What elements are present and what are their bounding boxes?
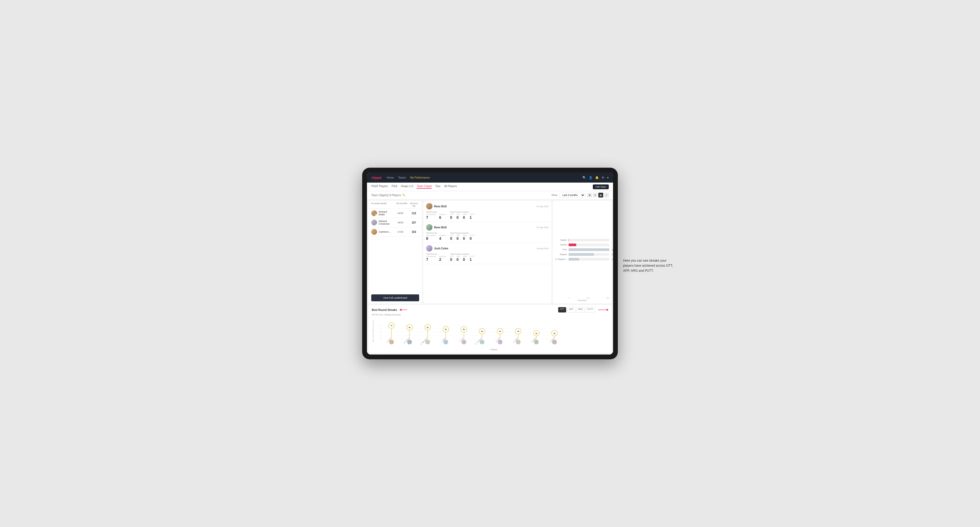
tab-pgat[interactable]: PGAT Players <box>371 185 388 189</box>
nav-bar: clippd Home Teams My Performance 🔍 👤 🔔 ⚙… <box>367 173 613 183</box>
bar-track: 131 <box>568 258 609 260</box>
team-title: Team Clippd | 14 Players <box>371 194 401 197</box>
practice-activities-group: Total Practice Activities OTT0 APP0 ARG0… <box>450 232 474 241</box>
period-select[interactable]: Last 3 months Last 6 months Last 12 mont… <box>560 193 585 197</box>
svg-text:3: 3 <box>380 328 381 330</box>
profile-icon[interactable]: 👤 <box>589 176 593 179</box>
avatar-icon[interactable]: ● <box>607 176 609 179</box>
player-card-header: Rees Britt 02 Sep 2023 <box>426 224 549 230</box>
nav-icons: 🔍 👤 🔔 ⚙ ● <box>582 176 609 179</box>
svg-text:0: 0 <box>380 338 381 340</box>
player-card-date: 02 Sep 2023 <box>536 226 549 229</box>
svg-point-39 <box>480 340 484 344</box>
chart-bars: Eagles 3 Birdies 96 Pars 499 Bogeys 311 <box>555 203 609 296</box>
show-label: Show <box>551 194 557 197</box>
player-score: 19/20 <box>394 212 407 214</box>
svg-point-14 <box>389 340 394 344</box>
streaks-header: Best Round Streaks <box>372 307 608 313</box>
bar-label: Birdies <box>555 243 567 246</box>
player-name: Cameron... <box>379 230 392 233</box>
avatar <box>426 224 433 230</box>
card-view-icon[interactable]: ▦ <box>598 193 603 197</box>
search-icon[interactable]: 🔍 <box>582 176 586 179</box>
tab-hcaps[interactable]: Hcaps 1-5 <box>401 185 413 189</box>
grid-view-icon[interactable]: ⊞ <box>587 193 592 197</box>
nav-links: Home Teams My Performance <box>387 176 582 179</box>
table-header: PLAYER NAME PB SCORE PB AVG SQ <box>369 201 422 209</box>
tab-tour[interactable]: Tour <box>435 185 441 189</box>
player-row[interactable]: 1 Richard Butler 19/20 110 <box>369 209 422 218</box>
annotation-text: Here you can see streaks your players ha… <box>623 258 676 274</box>
nav-teams[interactable]: Teams <box>398 176 406 179</box>
total-rounds-group: Total Rounds Tournament 8 Practice <box>426 232 446 241</box>
rank-badge: 2 <box>375 223 377 225</box>
avatar: 2 <box>371 220 377 225</box>
player-name: Edward Crossman <box>379 220 392 225</box>
avatar <box>426 203 433 210</box>
view-icons: ⊞ ≡ ▦ ↕ <box>587 193 609 197</box>
streaks-subtitle: Off The Tee, Fairway Accuracy <box>372 314 608 316</box>
practice-activities-group: Total Practice Activities OTT 0 APP <box>450 211 474 220</box>
total-rounds-label: Total Rounds <box>426 211 446 213</box>
bell-icon[interactable]: 🔔 <box>595 176 599 179</box>
streaks-title: Best Round Streaks <box>372 308 397 311</box>
other-view-icon[interactable]: ↕ <box>604 193 609 197</box>
tab-app[interactable]: APP <box>567 307 575 313</box>
bar-row: Birdies 96 <box>555 243 609 246</box>
svg-text:6x: 6x <box>409 327 410 329</box>
player-name: Richard Butler <box>379 211 392 216</box>
edit-icon[interactable]: ✏️ <box>402 194 405 197</box>
rank-badge: 3 <box>375 232 377 235</box>
player-score: 17/20 <box>394 230 407 233</box>
svg-point-29 <box>444 340 448 344</box>
svg-text:7x: 7x <box>390 325 393 327</box>
svg-text:4x: 4x <box>499 330 501 332</box>
player-card: Josh Coles 26 Aug 2023 Total Rounds Tour… <box>423 243 551 264</box>
tab-arg[interactable]: ARG <box>576 307 584 313</box>
svg-point-54 <box>534 340 539 344</box>
streak-chart: 012347xE. Ewert6xB. McHerg6xD. Billingha… <box>380 317 608 348</box>
avatar <box>426 245 433 252</box>
settings-icon[interactable]: ⚙ <box>601 176 604 179</box>
player-card: Rees Britt 02 Sep 2023 Total Rounds Tour… <box>423 201 551 222</box>
svg-point-24 <box>425 340 430 344</box>
team-header: Team Clippd | 14 Players ✏️ Show Last 3 … <box>367 191 613 199</box>
player-avg: 107 <box>409 221 419 224</box>
svg-text:3x: 3x <box>535 332 538 334</box>
nav-my-performance[interactable]: My Performance <box>410 176 430 179</box>
bar-fill <box>568 243 576 246</box>
player-row[interactable]: 2 Edward Crossman 18/20 107 <box>369 218 422 227</box>
player-row[interactable]: 3 Cameron... 17/20 103 <box>369 227 422 237</box>
tab-all-players[interactable]: All Players <box>444 185 457 189</box>
streaks-tabs: OTT APP ARG PUTT <box>558 307 608 313</box>
add-team-button[interactable]: Add Team <box>593 184 609 189</box>
svg-point-49 <box>516 340 520 344</box>
app-value: 0 <box>457 215 460 220</box>
tab-ott[interactable]: OTT <box>558 307 566 313</box>
streak-chart-wrapper: Best Streak, Fairway Accuracy 012347xE. … <box>372 317 608 351</box>
col-pb-avg: PB AVG SQ <box>409 202 419 207</box>
bar-fill <box>568 239 569 241</box>
team-controls: Show Last 3 months Last 6 months Last 12… <box>551 193 609 197</box>
bottom-section: Best Round Streaks <box>369 305 611 353</box>
view-leaderboard-button[interactable]: View Full Leaderboard <box>371 294 419 301</box>
stats-row: Total Rounds Tournament 8 Practice <box>426 232 549 241</box>
practice-value: 4 <box>439 237 446 241</box>
tab-putt[interactable]: PUTT <box>585 307 595 313</box>
practice-value: 6 <box>439 215 446 220</box>
bar-row: Eagles 3 <box>555 239 609 241</box>
tab-team-clippd[interactable]: Team Clippd <box>417 185 432 189</box>
svg-text:5x: 5x <box>445 329 447 330</box>
right-panel: Eagles 3 Birdies 96 Pars 499 Bogeys 311 <box>553 201 611 303</box>
total-rounds-group: Total Rounds Tournament 7 Practice <box>426 211 446 220</box>
nav-home[interactable]: Home <box>387 176 394 179</box>
tab-pga[interactable]: PGA <box>391 185 397 189</box>
svg-text:6x: 6x <box>426 327 429 329</box>
list-view-icon[interactable]: ≡ <box>593 193 598 197</box>
player-card-header: Josh Coles 26 Aug 2023 <box>426 245 549 252</box>
svg-text:5x: 5x <box>463 329 465 330</box>
player-card-date: 26 Aug 2023 <box>536 247 549 250</box>
svg-text:4: 4 <box>380 325 381 327</box>
tablet-shell: clippd Home Teams My Performance 🔍 👤 🔔 ⚙… <box>362 168 618 359</box>
bar-count: 499 <box>612 249 613 251</box>
